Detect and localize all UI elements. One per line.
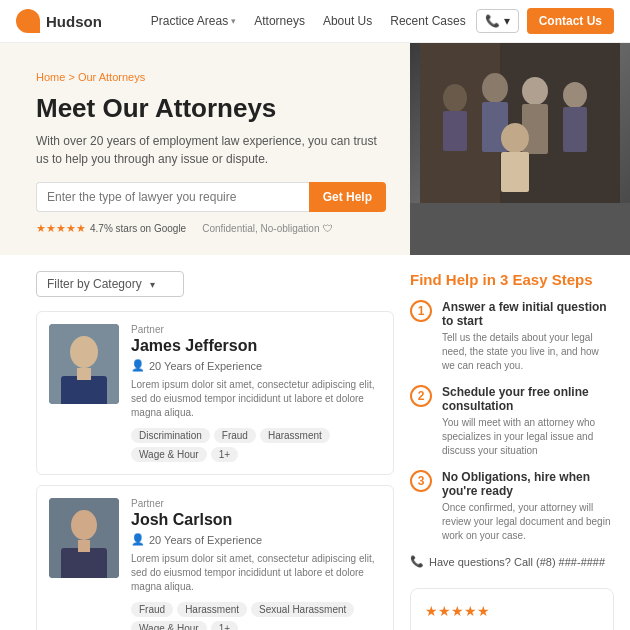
step-number: 1	[410, 300, 432, 322]
step-heading: No Obligations, hire when you're ready	[442, 470, 614, 498]
main-layout: Filter by Category ▾ Partner James Jeffe…	[0, 255, 630, 630]
tag[interactable]: Fraud	[131, 602, 173, 617]
tag[interactable]: 1+	[211, 447, 238, 462]
nav-practice-areas[interactable]: Practice Areas ▾	[151, 14, 236, 28]
steps-title: Find Help in 3 Easy Steps	[410, 271, 614, 288]
attorneys-list: Filter by Category ▾ Partner James Jeffe…	[36, 271, 394, 630]
nav-recent-cases[interactable]: Recent Cases	[390, 14, 465, 28]
tag[interactable]: Harassment	[260, 428, 330, 443]
search-input[interactable]	[36, 182, 309, 212]
svg-rect-15	[77, 368, 91, 380]
attorney-bio: Lorem ipsum dolor sit amet, consectetur …	[131, 378, 381, 420]
category-filter[interactable]: Filter by Category ▾	[36, 271, 184, 297]
right-sidebar: Find Help in 3 Easy Steps 1 Answer a few…	[394, 271, 614, 630]
testimonial-stars: ★★★★★	[425, 603, 599, 619]
attorney-info: Partner James Jefferson 👤 20 Years of Ex…	[131, 324, 381, 462]
nav-attorneys[interactable]: Attorneys	[254, 14, 305, 28]
group-photo-svg	[420, 43, 620, 203]
filter-bar: Filter by Category ▾	[36, 271, 394, 297]
attorney-bio: Lorem ipsum dolor sit amet, consectetur …	[131, 552, 381, 594]
attorney-tags: Discrimination Fraud Harassment Wage & H…	[131, 428, 381, 462]
svg-point-13	[70, 336, 98, 368]
attorney-experience: 👤 20 Years of Experience	[131, 533, 381, 546]
svg-rect-9	[563, 107, 587, 152]
attorney-name: Josh Carlson	[131, 511, 381, 529]
step-1: 1 Answer a few initial question to start…	[410, 300, 614, 373]
svg-rect-3	[443, 111, 467, 151]
svg-rect-14	[61, 376, 107, 404]
hero-badges: ★★★★★ 4.7% stars on Google Confidential,…	[36, 222, 386, 235]
tag[interactable]: 1+	[211, 621, 238, 630]
attorneys-group-photo	[410, 43, 630, 203]
testimonial-card: ★★★★★ I appreciate the team's quick resp…	[410, 588, 614, 630]
attorney-experience: 👤 20 Years of Experience	[131, 359, 381, 372]
svg-point-17	[71, 510, 97, 540]
tag[interactable]: Wage & Hour	[131, 621, 207, 630]
svg-rect-19	[78, 540, 90, 552]
attorney-card: Partner Josh Carlson 👤 20 Years of Exper…	[36, 485, 394, 630]
hero-section: Home > Our Attorneys Meet Our Attorneys …	[0, 43, 630, 255]
attorney-card: Partner James Jefferson 👤 20 Years of Ex…	[36, 311, 394, 475]
step-2: 2 Schedule your free online consultation…	[410, 385, 614, 458]
step-heading: Schedule your free online consultation	[442, 385, 614, 413]
phone-icon: 📞	[485, 14, 500, 28]
jefferson-photo	[49, 324, 119, 404]
chevron-down-icon: ▾	[150, 279, 155, 290]
attorney-name: James Jefferson	[131, 337, 381, 355]
logo[interactable]: Hudson	[16, 9, 102, 33]
step-text: You will meet with an attorney who speci…	[442, 416, 614, 458]
attorney-photo	[49, 498, 119, 578]
svg-point-8	[563, 82, 587, 108]
nav-about-us[interactable]: About Us	[323, 14, 372, 28]
step-content: Answer a few initial question to start T…	[442, 300, 614, 373]
step-3: 3 No Obligations, hire when you're ready…	[410, 470, 614, 543]
search-bar: Get Help	[36, 182, 386, 212]
contact-us-button[interactable]: Contact Us	[527, 8, 614, 34]
navbar: Hudson Practice Areas ▾ Attorneys About …	[0, 0, 630, 43]
page-title: Meet Our Attorneys	[36, 93, 386, 124]
svg-point-6	[522, 77, 548, 105]
nav-links: Practice Areas ▾ Attorneys About Us Rece…	[151, 14, 466, 28]
attorney-photo	[49, 324, 119, 404]
svg-point-2	[443, 84, 467, 112]
confidential-badge: Confidential, No-obligation 🛡	[202, 223, 333, 234]
attorney-info: Partner Josh Carlson 👤 20 Years of Exper…	[131, 498, 381, 630]
step-text: Once confirmed, your attorney will revie…	[442, 501, 614, 543]
tag[interactable]: Wage & Hour	[131, 447, 207, 462]
phone-icon: 📞	[410, 555, 424, 568]
step-heading: Answer a few initial question to start	[442, 300, 614, 328]
tag[interactable]: Discrimination	[131, 428, 210, 443]
logo-icon	[16, 9, 40, 33]
step-text: Tell us the details about your legal nee…	[442, 331, 614, 373]
have-questions: 📞 Have questions? Call (#8) ###-####	[410, 555, 614, 568]
attorney-tags: Fraud Harassment Sexual Harassment Wage …	[131, 602, 381, 630]
chevron-down-icon: ▾	[504, 14, 510, 28]
attorney-role: Partner	[131, 324, 381, 335]
hero-left: Home > Our Attorneys Meet Our Attorneys …	[0, 43, 410, 255]
attorney-role: Partner	[131, 498, 381, 509]
breadcrumb: Home > Our Attorneys	[36, 71, 386, 83]
phone-button[interactable]: 📞 ▾	[476, 9, 519, 33]
step-content: No Obligations, hire when you're ready O…	[442, 470, 614, 543]
experience-icon: 👤	[131, 359, 145, 372]
google-rating: ★★★★★ 4.7% stars on Google	[36, 222, 186, 235]
easy-steps-section: Find Help in 3 Easy Steps 1 Answer a few…	[410, 271, 614, 568]
shield-icon: 🛡	[323, 223, 333, 234]
tag[interactable]: Sexual Harassment	[251, 602, 354, 617]
svg-point-4	[482, 73, 508, 103]
step-content: Schedule your free online consultation Y…	[442, 385, 614, 458]
svg-point-10	[501, 123, 529, 153]
svg-rect-18	[61, 548, 107, 578]
hero-image	[410, 43, 630, 255]
hero-subtitle: With over 20 years of employment law exp…	[36, 132, 386, 168]
logo-text: Hudson	[46, 13, 102, 30]
chevron-down-icon: ▾	[231, 16, 236, 26]
tag[interactable]: Fraud	[214, 428, 256, 443]
tag[interactable]: Harassment	[177, 602, 247, 617]
step-number: 3	[410, 470, 432, 492]
step-number: 2	[410, 385, 432, 407]
svg-rect-11	[501, 152, 529, 192]
experience-icon: 👤	[131, 533, 145, 546]
carlson-photo	[49, 498, 119, 578]
get-help-button[interactable]: Get Help	[309, 182, 386, 212]
